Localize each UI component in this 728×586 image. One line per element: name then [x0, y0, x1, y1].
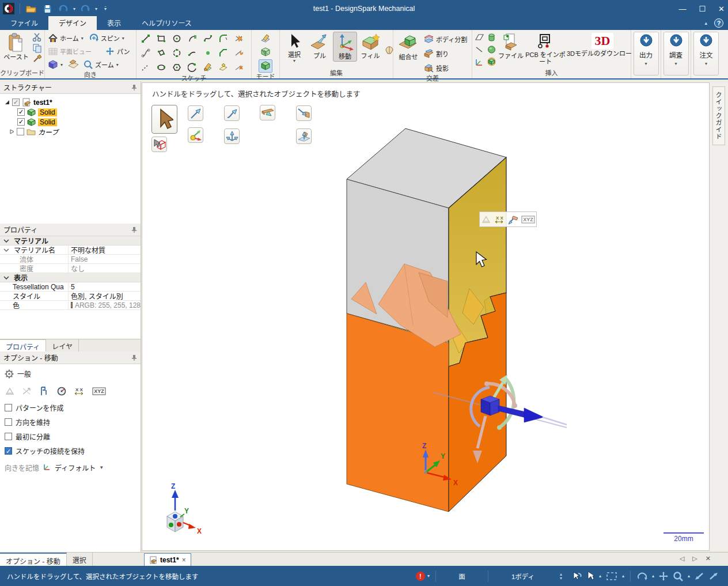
- expander-collapsed-icon[interactable]: [9, 129, 14, 134]
- tab-file[interactable]: ファイル: [0, 16, 48, 30]
- copy-icon[interactable]: [32, 43, 42, 53]
- tab-layers[interactable]: レイヤ: [46, 339, 79, 351]
- spin-button[interactable]: スピン▾: [89, 32, 124, 44]
- zoom-dropdown[interactable]: ▴: [688, 573, 690, 579]
- sketch-trim-icon[interactable]: [234, 34, 244, 43]
- document-tab-close-icon[interactable]: ×: [182, 556, 186, 564]
- sketch-polygon-icon[interactable]: [172, 63, 181, 72]
- mini-xyz-icon[interactable]: XYZ: [521, 216, 535, 224]
- tab-help[interactable]: ヘルプ/リソース: [131, 16, 202, 30]
- zoom-out-arrow-icon[interactable]: [694, 572, 704, 581]
- close-button[interactable]: ✕: [718, 5, 725, 13]
- insert-axis-icon[interactable]: [475, 58, 484, 68]
- sketch-spline2-icon[interactable]: [141, 48, 150, 58]
- collapse-ribbon-icon[interactable]: ▴: [704, 20, 707, 26]
- sketch-rectangle-icon[interactable]: [157, 34, 166, 43]
- material-name-row[interactable]: マテリアル名 不明な材質: [0, 245, 141, 255]
- solid2-checkbox[interactable]: ✓: [17, 118, 25, 126]
- app-logo-icon[interactable]: [2, 2, 15, 15]
- sketch-sheet-icon[interactable]: [67, 59, 79, 70]
- minimize-button[interactable]: —: [678, 5, 686, 13]
- tab-options-move[interactable]: オプション - 移動: [0, 553, 67, 566]
- sketch-sweep-arc-icon[interactable]: [188, 63, 197, 72]
- sketch-mode-icon[interactable]: [203, 62, 213, 72]
- redo-icon[interactable]: [79, 2, 92, 15]
- sketch-construction-line-icon[interactable]: [141, 63, 150, 72]
- select-component-tool-button[interactable]: [151, 137, 167, 152]
- pan-view-icon[interactable]: [658, 571, 669, 581]
- sketch-arc-icon[interactable]: [188, 48, 197, 58]
- default-dropdown[interactable]: ▼: [99, 465, 104, 470]
- checkbox-unchecked[interactable]: [5, 433, 12, 440]
- status-spinner[interactable]: ▴ ▾: [558, 572, 564, 580]
- tab-select[interactable]: 選択: [67, 553, 93, 566]
- pull-button[interactable]: プル: [308, 32, 332, 61]
- sketch-extend-icon[interactable]: [234, 48, 244, 58]
- sketch-move-plane-icon[interactable]: [218, 62, 228, 72]
- move-button[interactable]: 移動: [333, 32, 357, 62]
- cut-icon[interactable]: [32, 32, 42, 42]
- anchor-tool-button[interactable]: [188, 127, 203, 143]
- document-tab[interactable]: test1* ×: [144, 553, 191, 566]
- insert-file-button[interactable]: ファイル: [499, 32, 523, 61]
- mini-sketch-icon[interactable]: [481, 215, 491, 224]
- sketch-chamfer-icon[interactable]: [219, 48, 228, 58]
- mini-hammer-icon[interactable]: [507, 214, 519, 225]
- move-directions-tool-button[interactable]: [224, 128, 240, 144]
- protractor-icon[interactable]: [56, 387, 67, 396]
- caliper-icon[interactable]: [39, 387, 50, 396]
- undo-selection-icon[interactable]: [570, 571, 582, 581]
- combine-button[interactable]: 組合せ: [396, 32, 421, 62]
- free-move-icon[interactable]: [22, 387, 32, 396]
- option-create-pattern[interactable]: パターンを作成: [0, 400, 141, 415]
- zoom-button[interactable]: ズーム▾: [84, 58, 119, 71]
- help-icon[interactable]: ?: [714, 18, 723, 28]
- mini-ruler-icon[interactable]: X X: [494, 215, 505, 224]
- redo-dropdown[interactable]: ▾: [95, 6, 97, 12]
- spin-dropdown[interactable]: ▴: [652, 573, 654, 579]
- section-mode-button[interactable]: [259, 46, 272, 59]
- home-view-button[interactable]: ホーム▾: [48, 32, 84, 44]
- undo-dropdown[interactable]: ▾: [73, 6, 75, 12]
- solid1-checkbox[interactable]: ✓: [17, 108, 25, 116]
- style-row[interactable]: スタイル 色別, スタイル別: [0, 292, 141, 301]
- tab-view[interactable]: 表示: [97, 16, 131, 30]
- save-icon[interactable]: [41, 2, 54, 15]
- fill-button[interactable]: フィル: [358, 32, 382, 61]
- tree-solid-row[interactable]: ✓ Solid: [5, 117, 141, 127]
- order-button[interactable]: 注文▾: [693, 32, 719, 75]
- display-section-row[interactable]: 表示: [0, 273, 141, 282]
- insert-plane-icon[interactable]: [475, 33, 484, 43]
- curves-checkbox[interactable]: [17, 128, 24, 135]
- tab-close-icon[interactable]: ✕: [706, 555, 711, 562]
- spin-view-icon[interactable]: [636, 571, 648, 581]
- split-body-button[interactable]: ボディ分割: [423, 33, 467, 46]
- split-face-button[interactable]: 割り: [423, 47, 467, 60]
- sketch-delete-icon[interactable]: [234, 63, 244, 72]
- format-painter-icon[interactable]: [32, 54, 42, 64]
- move-to-sketch-icon[interactable]: [5, 387, 15, 396]
- move-plane-tool-button[interactable]: [296, 128, 312, 144]
- move-curved-tool-button[interactable]: [224, 105, 240, 121]
- sketch-rotated-rect-icon[interactable]: [157, 48, 166, 58]
- tree-solid-row[interactable]: ✓ Solid: [5, 107, 141, 117]
- customize-qat-dropdown[interactable]: ▾̄: [104, 6, 107, 12]
- sketch-tangent-arc-icon[interactable]: [188, 34, 197, 43]
- view-cube-button[interactable]: ▾: [48, 58, 63, 71]
- fulcrum-tool-button[interactable]: [260, 105, 275, 120]
- sketch-ellipse-icon[interactable]: [157, 63, 166, 72]
- quick-guide-tab[interactable]: クイックガイド: [712, 86, 725, 145]
- select-handle-tool-button[interactable]: [151, 105, 177, 134]
- fluid-row[interactable]: 流体 False: [0, 255, 141, 264]
- sketch-line-icon[interactable]: [141, 34, 150, 43]
- output-button[interactable]: 出力▾: [634, 32, 659, 75]
- checkbox-checked[interactable]: ✓: [5, 447, 12, 455]
- density-row[interactable]: 密度 なし: [0, 264, 141, 273]
- material-section-row[interactable]: マテリアル: [0, 236, 141, 245]
- xyz-box-icon[interactable]: XYZ: [92, 387, 106, 395]
- insert-sphere-icon[interactable]: [487, 45, 496, 55]
- tree-curves-row[interactable]: カーブ: [5, 127, 141, 137]
- view-cube-triad[interactable]: Z Y X: [167, 482, 202, 535]
- pin-icon[interactable]: [131, 226, 137, 233]
- tab-scroll-left-icon[interactable]: ◁: [680, 555, 684, 562]
